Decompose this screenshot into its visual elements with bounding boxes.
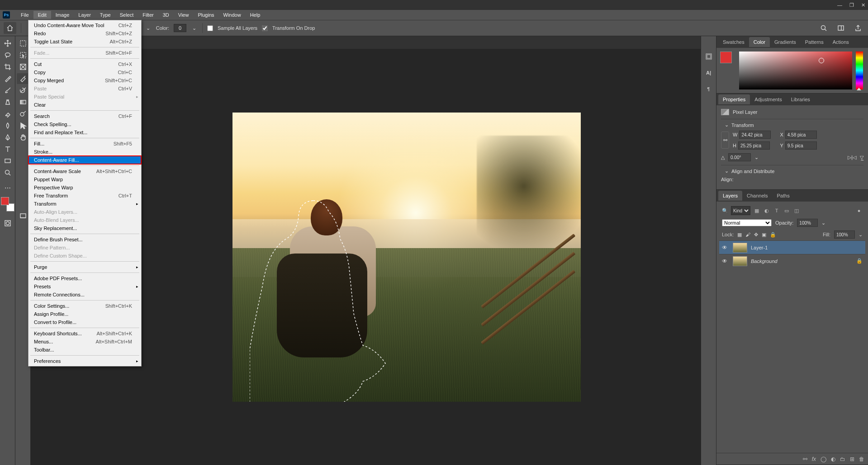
flip-vertical-button[interactable]: ▽̲ [860,155,863,160]
history-panel-icon[interactable] [703,52,714,61]
menu-help[interactable]: Help [246,11,265,19]
layer-filter-select[interactable]: Kind [731,206,750,215]
layer-thumbnail[interactable] [733,243,747,253]
edit-menu-item[interactable]: Define Brush Preset... [28,235,141,244]
crop-tool[interactable] [1,61,14,72]
layer-name-label[interactable]: Background [751,258,778,264]
content-aware-move-tool[interactable] [17,73,29,84]
edit-menu-item[interactable]: Convert to Profile... [28,318,141,326]
edit-menu-item[interactable]: Copy MergedShift+Ctrl+C [28,76,141,85]
edit-menu-item[interactable]: Remote Connections... [28,291,141,299]
edit-menu-item[interactable]: Undo Content-Aware Move ToolCtrl+Z [28,21,141,29]
eyedropper-tool[interactable] [1,73,14,84]
history-brush-tool[interactable] [17,85,29,96]
edit-menu-item[interactable]: Toggle Last StateAlt+Ctrl+Z [28,38,141,46]
layer-fx-button[interactable]: fx [812,456,816,462]
filter-smart-icon[interactable]: ◫ [793,207,800,214]
link-dimensions-button[interactable]: ⚯ [721,132,729,149]
edit-menu-item[interactable]: Color Settings...Shift+Ctrl+K [28,302,141,310]
panel-tab-properties[interactable]: Properties [718,94,750,104]
edit-menu-item[interactable]: Adobe PDF Presets... [28,274,141,282]
transform-on-drop-checkbox[interactable] [262,25,268,31]
edit-menu-item[interactable]: Find and Replace Text... [28,128,141,136]
workspace-button[interactable] [835,23,847,33]
edit-menu-item[interactable]: CutCtrl+X [28,60,141,68]
color-input[interactable] [174,24,186,32]
object-selection-tool[interactable] [17,50,29,61]
edit-menu-item[interactable]: Sky Replacement... [28,224,141,232]
quick-mask-button[interactable] [1,218,14,229]
pen-tool[interactable] [1,132,14,143]
screen-mode-button[interactable] [17,211,29,221]
edit-menu-item[interactable]: Stroke... [28,148,141,156]
edit-menu-item[interactable]: SearchCtrl+F [28,112,141,120]
close-button[interactable]: ✕ [861,2,865,8]
panel-tab-libraries[interactable]: Libraries [787,94,815,104]
menu-edit[interactable]: Edit [33,11,51,19]
foreground-background-colors[interactable] [1,197,14,211]
y-input[interactable] [785,141,817,150]
lock-all-icon[interactable]: 🔒 [770,232,776,238]
edit-menu-item[interactable]: Purge▸ [28,263,141,271]
gradient-tool[interactable] [17,97,29,108]
height-input[interactable] [738,141,770,150]
group-button[interactable]: 🗀 [840,456,845,462]
new-layer-button[interactable]: ⊞ [850,456,854,462]
minimize-button[interactable]: — [837,2,842,8]
angle-stepper[interactable]: ⌄ [754,155,759,160]
filter-adjust-icon[interactable]: ◐ [763,207,770,214]
edit-menu-item[interactable]: Keyboard Shortcuts...Alt+Shift+Ctrl+K [28,329,141,338]
marquee-tool[interactable] [17,38,29,49]
adjustment-layer-button[interactable]: ◐ [831,456,835,462]
fill-input[interactable] [834,230,855,239]
layer-thumbnail[interactable] [733,256,747,266]
edit-menu-item[interactable]: Free TransformCtrl+T [28,192,141,200]
align-section-header[interactable]: ⌄Align and Distribute [721,165,863,177]
color-stepper[interactable]: ⌄ [191,25,198,31]
structure-stepper[interactable]: ⌄ [145,25,152,31]
character-panel-icon[interactable]: A| [703,68,714,78]
search-icon[interactable]: 🔍 [722,208,728,214]
brush-tool[interactable] [1,85,14,96]
delete-layer-button[interactable]: 🗑 [859,456,864,462]
foreground-color-swatch[interactable] [1,197,9,205]
layer-item[interactable]: 👁Layer-1 [719,240,865,254]
panel-tab-channels[interactable]: Channels [742,191,772,201]
zoom-tool[interactable] [1,167,14,178]
eraser-tool[interactable] [1,108,14,119]
edit-menu-item[interactable]: Presets▸ [28,282,141,291]
clone-stamp-tool[interactable] [1,97,14,108]
transform-section-header[interactable]: ⌄Transform [721,119,863,131]
paragraph-panel-icon[interactable]: ¶ [703,84,714,94]
edit-menu-item[interactable]: Perspective Warp [28,183,141,192]
menu-layer[interactable]: Layer [74,11,95,19]
filter-shape-icon[interactable]: ▭ [783,207,790,214]
edit-menu-item[interactable]: CopyCtrl+C [28,68,141,76]
edit-menu-item[interactable]: Toolbar... [28,346,141,354]
edit-menu-item[interactable]: Puppet Warp [28,175,141,183]
menu-view[interactable]: View [174,11,194,19]
menu-window[interactable]: Window [219,11,246,19]
edit-menu-item[interactable]: Preferences▸ [28,357,141,365]
edit-menu-item[interactable]: Fill...Shift+F5 [28,140,141,148]
panel-tab-layers[interactable]: Layers [718,191,742,201]
panel-tab-paths[interactable]: Paths [773,191,794,201]
lasso-tool[interactable] [1,50,14,61]
edit-menu-item[interactable]: Content-Aware ScaleAlt+Shift+Ctrl+C [28,167,141,175]
x-input[interactable] [785,131,817,139]
angle-input[interactable] [728,153,751,161]
menu-select[interactable]: Select [115,11,138,19]
filter-pixel-icon[interactable]: ▦ [753,207,760,214]
panel-tab-patterns[interactable]: Patterns [801,37,828,47]
dodge-tool[interactable] [17,108,29,119]
edit-menu-item[interactable]: Transform▸ [28,200,141,208]
panel-tab-gradients[interactable]: Gradients [770,37,801,47]
layer-item[interactable]: 👁Background🔒 [719,254,865,268]
share-button[interactable] [852,23,864,33]
home-button[interactable] [4,22,16,34]
visibility-toggle-icon[interactable]: 👁 [722,258,729,264]
visibility-toggle-icon[interactable]: 👁 [722,244,729,251]
filter-type-icon[interactable]: T [773,207,780,214]
hue-slider[interactable] [856,52,863,89]
opacity-input[interactable] [797,219,818,227]
